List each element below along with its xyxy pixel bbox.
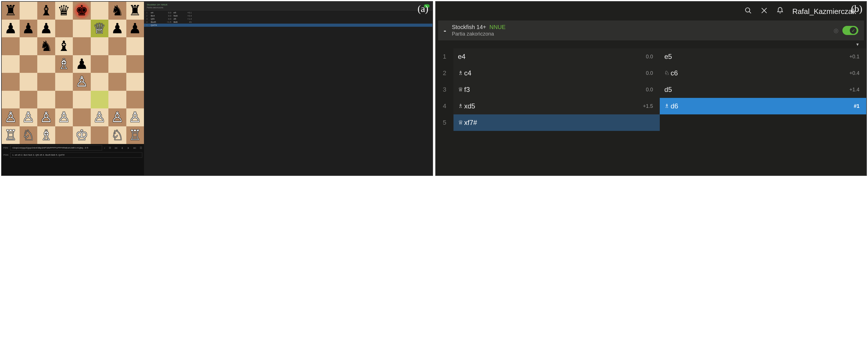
piece-wp[interactable]: ♙	[126, 108, 144, 126]
square-c4[interactable]	[37, 73, 55, 91]
target-icon[interactable]: ◎	[834, 27, 838, 34]
mini-move-row[interactable]: 5Qxf7#	[144, 24, 432, 27]
piece-wb[interactable]: ♗	[55, 55, 73, 73]
piece-bp[interactable]: ♟	[73, 55, 91, 73]
square-h6[interactable]	[126, 37, 144, 55]
square-d8[interactable]: ♛	[55, 2, 73, 20]
square-b5[interactable]	[20, 55, 37, 73]
piece-wp[interactable]: ♙	[91, 108, 109, 126]
piece-bq[interactable]: ♛	[55, 2, 73, 20]
piece-wn[interactable]: ♘	[108, 126, 126, 144]
side-engine-toggle[interactable]	[424, 4, 430, 8]
square-g4[interactable]	[108, 73, 126, 91]
piece-br[interactable]: ♜	[126, 2, 144, 20]
move-cell-black[interactable]: ♗d6#1	[660, 98, 866, 115]
square-b7[interactable]: ♟	[20, 20, 37, 38]
square-a2[interactable]: ♙	[2, 108, 20, 126]
square-e8[interactable]: ♚	[73, 2, 91, 20]
piece-wn[interactable]: ♘	[20, 126, 37, 144]
square-b8[interactable]	[20, 2, 37, 20]
piece-wq[interactable]: ♕	[91, 20, 109, 38]
square-g5[interactable]	[108, 55, 126, 73]
nav-next-icon[interactable]: ⏵	[127, 146, 130, 149]
move-cell-black[interactable]: ♘c6+0.4	[660, 65, 866, 82]
side-move-list[interactable]: 1e40.0e5+0.12Bc40.0Nc6+0.43Qf30.0d5+1.44…	[144, 10, 432, 27]
square-g7[interactable]: ♟	[108, 20, 126, 38]
piece-br[interactable]: ♜	[2, 2, 20, 20]
square-h7[interactable]: ♟	[126, 20, 144, 38]
sound-icon[interactable]: ♪	[104, 146, 105, 149]
piece-wp[interactable]: ♙	[20, 108, 37, 126]
square-e6[interactable]	[73, 37, 91, 55]
piece-bp[interactable]: ♟	[2, 20, 20, 38]
square-d5[interactable]: ♗	[55, 55, 73, 73]
piece-wp[interactable]: ♙	[37, 108, 55, 126]
square-d2[interactable]: ♙	[55, 108, 73, 126]
square-e5[interactable]: ♟	[73, 55, 91, 73]
square-c2[interactable]: ♙	[37, 108, 55, 126]
square-a3[interactable]	[2, 91, 20, 109]
piece-bp[interactable]: ♟	[126, 20, 144, 38]
square-f2[interactable]: ♙	[91, 108, 109, 126]
nav-prev-icon[interactable]: ⏴	[121, 146, 124, 149]
square-b1[interactable]: ♘	[20, 126, 37, 144]
square-e3[interactable]	[73, 91, 91, 109]
square-b6[interactable]	[20, 37, 37, 55]
square-e2[interactable]	[73, 108, 91, 126]
piece-bb[interactable]: ♝	[55, 37, 73, 55]
square-f4[interactable]	[91, 73, 109, 91]
piece-wk[interactable]: ♔	[73, 126, 91, 144]
piece-bp[interactable]: ♟	[37, 20, 55, 38]
square-h5[interactable]	[126, 55, 144, 73]
search-icon[interactable]	[745, 7, 752, 16]
square-a4[interactable]	[2, 73, 20, 91]
square-c8[interactable]: ♝	[37, 2, 55, 20]
square-f6[interactable]	[91, 37, 109, 55]
square-h1[interactable]: ♖	[126, 126, 144, 144]
square-f8[interactable]	[91, 2, 109, 20]
square-c5[interactable]	[37, 55, 55, 73]
piece-bb[interactable]: ♝	[37, 2, 55, 20]
square-e1[interactable]: ♔	[73, 126, 91, 144]
square-d4[interactable]	[55, 73, 73, 91]
square-b2[interactable]: ♙	[20, 108, 37, 126]
square-d7[interactable]	[55, 20, 73, 38]
piece-wb[interactable]: ♗	[37, 126, 55, 144]
piece-bn[interactable]: ♞	[37, 37, 55, 55]
square-f7[interactable]: ♕	[91, 20, 109, 38]
move-cell-white[interactable]: ♗c40.0	[454, 65, 660, 82]
square-h2[interactable]: ♙	[126, 108, 144, 126]
chess-board[interactable]: ♜♝♛♚♞♜♟♟♟♕♟♟♞♝♗♟♙♙♙♙♙♙♙♙♖♘♗♔♘♖	[2, 2, 144, 144]
username-label[interactable]: Rafal_Kazmierczak	[792, 7, 856, 16]
square-c1[interactable]: ♗	[37, 126, 55, 144]
nav-first-icon[interactable]: ⏮	[115, 146, 118, 149]
mini-move-row[interactable]: 2Bc40.0Nc6+0.4	[144, 14, 432, 18]
mini-move-row[interactable]: 4Bxd5+1.5Bd6#1	[144, 21, 432, 24]
piece-wp[interactable]: ♙	[2, 108, 20, 126]
piece-wr[interactable]: ♖	[2, 126, 20, 144]
pgn-value[interactable]: 1. e4 e5 2. Bc4 Nc6 3. Qf3 d5 4. Bxd5 Bd…	[10, 152, 142, 158]
fen-value[interactable]: r1bqk1nr/ppp2Qpp/2nb4/3Bp3/4P3/8/PPPP1PP…	[10, 145, 102, 151]
square-d1[interactable]	[55, 126, 73, 144]
square-e7[interactable]	[73, 20, 91, 38]
piece-wr[interactable]: ♖	[126, 126, 144, 144]
piece-bp[interactable]: ♟	[20, 20, 37, 38]
challenge-icon[interactable]	[761, 7, 768, 16]
square-e4[interactable]: ♙	[73, 73, 91, 91]
square-h8[interactable]: ♜	[126, 2, 144, 20]
square-a1[interactable]: ♖	[2, 126, 20, 144]
square-a6[interactable]	[2, 37, 20, 55]
piece-wp[interactable]: ♙	[108, 108, 126, 126]
nav-last-icon[interactable]: ⏭	[133, 146, 136, 149]
move-cell-white[interactable]: ♕f30.0	[454, 82, 660, 98]
square-g8[interactable]: ♞	[108, 2, 126, 20]
move-cell-white[interactable]: ♗xd5+1.5	[454, 98, 660, 115]
square-g1[interactable]: ♘	[108, 126, 126, 144]
gear-icon[interactable]: ⚙	[109, 146, 111, 149]
square-d3[interactable]	[55, 91, 73, 109]
square-c6[interactable]: ♞	[37, 37, 55, 55]
square-f5[interactable]	[91, 55, 109, 73]
menu-icon[interactable]: ☰	[140, 146, 142, 149]
square-a8[interactable]: ♜	[2, 2, 20, 20]
square-f3[interactable]	[91, 91, 109, 109]
